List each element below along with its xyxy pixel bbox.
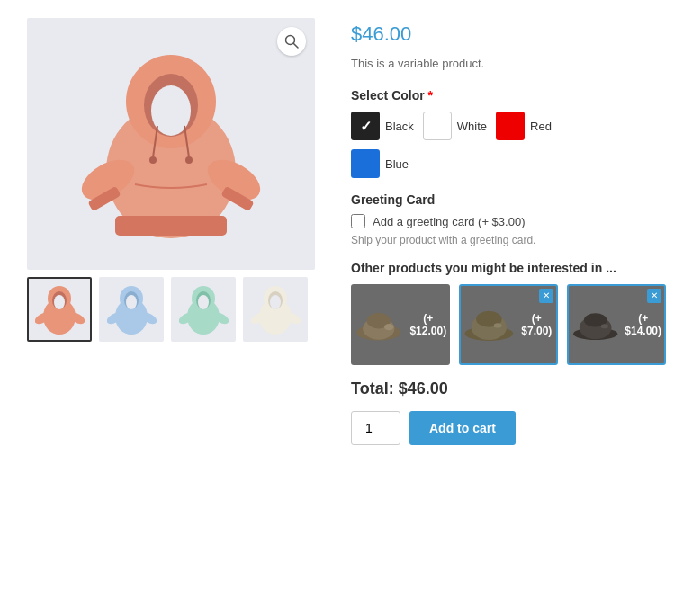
add-to-cart-button[interactable]: Add to cart [410, 411, 516, 445]
greeting-card-checkbox[interactable] [351, 214, 365, 228]
black-label: Black [385, 120, 414, 133]
greeting-option[interactable]: Add a greeting card (+ $3.00) [351, 214, 666, 228]
thumbnail-3[interactable] [171, 277, 236, 342]
other-products-section: Other products you might be interested i… [351, 261, 666, 365]
red-swatch[interactable] [496, 112, 525, 140]
white-label: White [457, 120, 487, 133]
svg-point-42 [384, 324, 394, 330]
thumbnail-list [27, 277, 315, 342]
svg-point-13 [149, 156, 157, 164]
thumbnail-4[interactable] [243, 277, 308, 342]
product-image [81, 40, 261, 247]
hat-1-image [351, 302, 407, 347]
quantity-input[interactable] [351, 411, 400, 445]
svg-point-20 [54, 295, 65, 309]
svg-point-26 [126, 295, 137, 309]
right-column: $46.00 This is a variable product. Selec… [351, 18, 666, 598]
product-grid: (+ $12.00) ✕ (+ $7.00) ✕ [351, 284, 666, 365]
product-card-1[interactable]: (+ $12.00) [351, 284, 450, 365]
svg-line-1 [294, 44, 299, 49]
check-icon: ✓ [360, 118, 372, 135]
red-label: Red [530, 120, 552, 133]
product-2-price: (+ $7.00) [518, 312, 556, 337]
svg-point-32 [198, 295, 209, 309]
page-container: $46.00 This is a variable product. Selec… [0, 0, 693, 616]
blue-swatch[interactable] [351, 149, 380, 178]
color-options: ✓ Black White Red Blue [351, 112, 666, 178]
product-1-price: (+ $12.00) [407, 312, 450, 337]
black-swatch[interactable]: ✓ [351, 112, 380, 140]
greeting-section: Greeting Card Add a greeting card (+ $3.… [351, 192, 666, 246]
greeting-note: Ship your product with a greeting card. [351, 234, 666, 246]
total-section: Total: $46.00 [351, 379, 666, 398]
product-card-3[interactable]: ✕ (+ $14.00) [567, 284, 666, 365]
svg-point-38 [270, 295, 281, 309]
zoom-button[interactable] [277, 27, 306, 56]
product-card-2[interactable]: ✕ (+ $7.00) [459, 284, 558, 365]
greeting-option-label[interactable]: Add a greeting card (+ $3.00) [373, 215, 525, 228]
product-description: This is a variable product. [351, 57, 666, 70]
white-swatch[interactable] [423, 112, 452, 140]
remove-product-3[interactable]: ✕ [647, 289, 662, 303]
left-column [27, 18, 324, 598]
color-option-black[interactable]: ✓ Black [351, 112, 414, 140]
other-products-title: Other products you might be interested i… [351, 261, 666, 275]
color-option-blue[interactable]: Blue [351, 149, 666, 178]
svg-point-46 [494, 323, 502, 327]
required-indicator: * [425, 88, 433, 103]
cart-row: Add to cart [351, 411, 666, 445]
product-3-price: (+ $14.00) [622, 312, 664, 337]
thumbnail-1[interactable] [27, 277, 92, 342]
svg-point-14 [185, 156, 193, 164]
remove-product-2[interactable]: ✕ [539, 289, 554, 303]
color-option-white[interactable]: White [423, 112, 487, 140]
blue-label: Blue [385, 157, 409, 171]
svg-rect-5 [115, 216, 227, 236]
greeting-title: Greeting Card [351, 192, 666, 207]
hat-3-image [569, 302, 622, 347]
hat-2-image [461, 302, 518, 347]
product-price: $46.00 [351, 22, 666, 46]
thumbnail-2[interactable] [99, 277, 164, 342]
main-image [27, 18, 315, 270]
color-section-label: Select Color * [351, 88, 666, 103]
svg-point-50 [601, 324, 608, 328]
color-option-red[interactable]: Red [496, 112, 552, 140]
